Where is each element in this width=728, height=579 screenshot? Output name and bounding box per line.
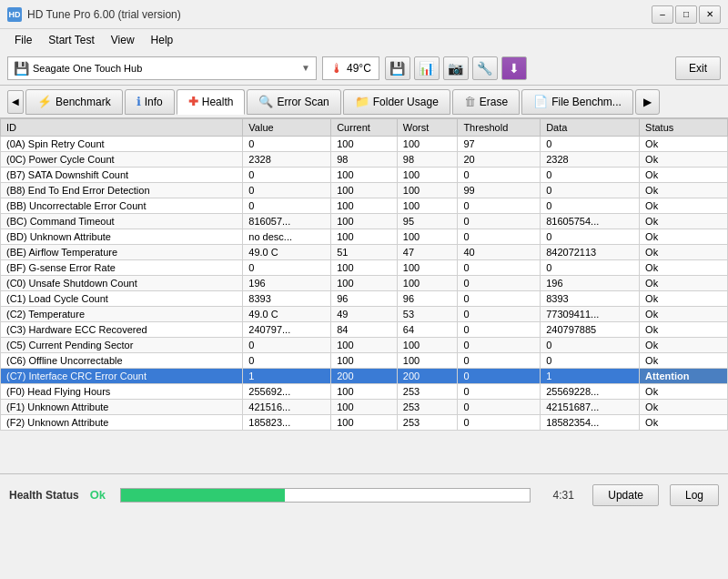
table-cell: 8393 <box>541 291 640 307</box>
maximize-button[interactable]: □ <box>675 5 697 24</box>
table-row[interactable]: (F1) Unknown Attribute421516...100253042… <box>1 400 728 415</box>
table-cell: 0 <box>458 400 541 415</box>
folder-icon: 📁 <box>355 95 369 108</box>
camera-icon-btn[interactable]: 📷 <box>443 56 469 80</box>
table-row[interactable]: (C5) Current Pending Sector010010000Ok <box>1 338 728 353</box>
table-row[interactable]: (F0) Head Flying Hours255692...100253025… <box>1 384 728 400</box>
table-cell: (C2) Temperature <box>1 307 243 322</box>
table-cell: Ok <box>640 291 728 307</box>
table-row[interactable]: (C1) Load Cycle Count8393969608393Ok <box>1 291 728 307</box>
table-cell: 0 <box>458 322 541 338</box>
table-cell: 81605754... <box>541 214 640 229</box>
table-row[interactable]: (B8) End To End Error Detection010010099… <box>1 183 728 198</box>
tab-more-button[interactable]: ▶ <box>635 89 660 115</box>
table-cell: 0 <box>541 198 640 214</box>
table-row[interactable]: (0C) Power Cycle Count23289898202328Ok <box>1 152 728 168</box>
table-row[interactable]: (F2) Unknown Attribute185823...100253018… <box>1 415 728 431</box>
table-cell: (BB) Uncorrectable Error Count <box>1 198 243 214</box>
table-cell: Ok <box>640 152 728 168</box>
table-cell: Ok <box>640 384 728 400</box>
table-cell: 100 <box>397 338 458 353</box>
table-row[interactable]: (B7) SATA Downshift Count010010000Ok <box>1 168 728 183</box>
table-row[interactable]: (C2) Temperature49.0 C4953077309411...Ok <box>1 307 728 322</box>
table-cell: 0 <box>458 229 541 245</box>
col-header-data: Data <box>541 119 640 137</box>
table-cell: 100 <box>397 137 458 152</box>
tabs-bar: ◀ ⚡ Benchmark ℹ Info ✚ Health 🔍 Error Sc… <box>0 86 728 118</box>
table-row[interactable]: (BB) Uncorrectable Error Count010010000O… <box>1 198 728 214</box>
table-row[interactable]: (C3) Hardware ECC Recovered240797...8464… <box>1 322 728 338</box>
table-cell: 100 <box>331 183 398 198</box>
table-cell: 0 <box>243 137 331 152</box>
table-cell: 0 <box>458 307 541 322</box>
tab-folder-usage[interactable]: 📁 Folder Usage <box>343 89 450 115</box>
tab-error-scan[interactable]: 🔍 Error Scan <box>247 89 340 115</box>
table-cell: 0 <box>541 353 640 369</box>
table-cell: (F2) Unknown Attribute <box>1 415 243 431</box>
table-row[interactable]: (C0) Unsafe Shutdown Count1961001000196O… <box>1 276 728 291</box>
exit-button[interactable]: Exit <box>675 56 721 80</box>
table-cell: 99 <box>458 183 541 198</box>
tab-benchmark[interactable]: ⚡ Benchmark <box>25 89 123 115</box>
health-status-value: Ok <box>90 488 106 502</box>
drive-selector[interactable]: 💾 Seagate One Touch Hub ▼ <box>7 56 317 80</box>
table-row[interactable]: (BF) G-sense Error Rate010010000Ok <box>1 260 728 276</box>
table-row[interactable]: (C6) Offline Uncorrectable010010000Ok <box>1 353 728 369</box>
toolbar-icons: 💾 📊 📷 🔧 ⬇ <box>385 56 527 80</box>
close-button[interactable]: ✕ <box>699 5 721 24</box>
table-row[interactable]: (BD) Unknown Attributeno desc...10010000… <box>1 229 728 245</box>
minimize-button[interactable]: – <box>652 5 673 24</box>
tab-erase-label: Erase <box>480 96 508 108</box>
health-icon: ✚ <box>188 95 198 108</box>
table-cell: 100 <box>397 276 458 291</box>
menu-help[interactable]: Help <box>144 32 181 48</box>
table-cell: (0A) Spin Retry Count <box>1 137 243 152</box>
tab-file-bench[interactable]: 📄 File Benchm... <box>521 89 633 115</box>
table-cell: 2328 <box>243 152 331 168</box>
update-button[interactable]: Update <box>592 484 659 506</box>
table-cell: 0 <box>541 338 640 353</box>
download-icon-btn[interactable]: ⬇ <box>501 56 527 80</box>
table-cell: 64 <box>397 322 458 338</box>
table-cell: 100 <box>331 137 398 152</box>
table-cell: Ok <box>640 168 728 183</box>
table-cell: 95 <box>397 214 458 229</box>
table-cell: 0 <box>541 183 640 198</box>
table-row[interactable]: (0A) Spin Retry Count0100100970Ok <box>1 137 728 152</box>
table-cell: (C6) Offline Uncorrectable <box>1 353 243 369</box>
tab-erase[interactable]: 🗑 Erase <box>452 89 520 115</box>
menu-start-test[interactable]: Start Test <box>41 32 101 48</box>
menu-view[interactable]: View <box>104 32 142 48</box>
table-cell: no desc... <box>243 229 331 245</box>
tab-prev-button[interactable]: ◀ <box>7 90 24 114</box>
health-table: ID Value Current Worst Threshold Data St… <box>0 118 728 431</box>
table-cell: 100 <box>331 198 398 214</box>
chart-icon-btn[interactable]: 📊 <box>414 56 440 80</box>
window-title: HD Tune Pro 6.00 (trial version) <box>27 8 181 21</box>
table-cell: Ok <box>640 307 728 322</box>
col-header-threshold: Threshold <box>458 119 541 137</box>
table-cell: (BE) Airflow Temperature <box>1 245 243 260</box>
table-cell: 49.0 C <box>243 307 331 322</box>
table-cell: 0 <box>458 168 541 183</box>
table-row[interactable]: (C7) Interface CRC Error Count120020001A… <box>1 369 728 384</box>
info-icon-btn[interactable]: 💾 <box>385 56 410 80</box>
tab-file-bench-label: File Benchm... <box>551 96 622 108</box>
table-cell: 0 <box>243 338 331 353</box>
table-cell: 0 <box>458 384 541 400</box>
table-row[interactable]: (BC) Command Timeout816057...10095081605… <box>1 214 728 229</box>
table-cell: 100 <box>397 198 458 214</box>
log-button[interactable]: Log <box>670 484 719 506</box>
tab-health[interactable]: ✚ Health <box>177 89 246 115</box>
wrench-icon-btn[interactable]: 🔧 <box>472 56 498 80</box>
table-row[interactable]: (BE) Airflow Temperature49.0 C5147408420… <box>1 245 728 260</box>
table-scroll-area[interactable]: ID Value Current Worst Threshold Data St… <box>0 118 728 473</box>
col-header-value: Value <box>243 119 331 137</box>
table-cell: 0 <box>458 338 541 353</box>
menu-file[interactable]: File <box>7 32 39 48</box>
table-cell: Ok <box>640 137 728 152</box>
table-cell: 100 <box>331 276 398 291</box>
col-header-id: ID <box>1 119 243 137</box>
table-cell: Ok <box>640 353 728 369</box>
tab-info[interactable]: ℹ Info <box>125 89 175 115</box>
